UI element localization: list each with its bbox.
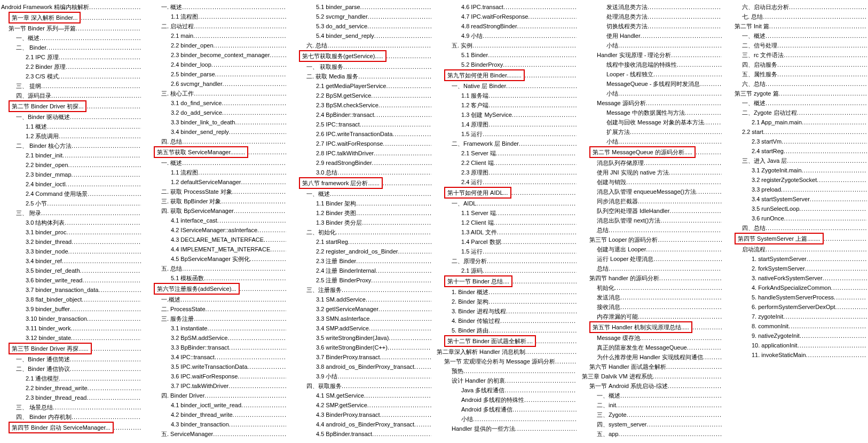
toc-row[interactable]: 1.3 Binder 类分层 [291, 218, 431, 227]
toc-row[interactable]: 2.3 BpSM.checkService [291, 100, 431, 110]
toc-row[interactable]: 2.3 原理图 [437, 168, 577, 177]
toc-row[interactable]: 第四节 Binder 启动 ServiceManager... [1, 422, 141, 433]
toc-row[interactable]: 3.6 runOnce [727, 213, 867, 223]
toc-row[interactable]: 启动流程 [727, 244, 867, 254]
toc-row[interactable]: 5.2 svcmgr_handler [291, 12, 431, 21]
toc-row[interactable]: 第二章深入解析 Handler 消息机制 [437, 347, 577, 357]
toc-row[interactable]: 二. ProcessState [146, 304, 286, 314]
toc-row[interactable]: 第三章 Dalvik VM 进程系统 [582, 371, 722, 381]
toc-row[interactable]: 四、 Binder 内存机制 [1, 412, 141, 422]
toc-row[interactable]: 2.4 startReg [727, 146, 867, 156]
toc-row[interactable]: 三、rc 文件语法 [727, 50, 867, 60]
toc-row[interactable]: 第八节 framework 层分析....... [291, 177, 431, 189]
toc-row[interactable]: 4.5 BpServiceManager 实例化 [146, 254, 286, 264]
toc-row[interactable]: 运行 Looper 处理消息 [582, 254, 722, 264]
toc-row[interactable]: 四. 总结 [146, 137, 286, 146]
toc-row[interactable]: 2.3 注册 Binder [291, 256, 431, 266]
toc-row[interactable]: 6. performSystemServerDexOpt [727, 302, 867, 312]
toc-row[interactable]: 7. zygoteInit [727, 312, 867, 321]
toc-row[interactable]: 4.3 binder_transaction [146, 420, 286, 429]
toc-row[interactable]: 4.4 android_os_BinderProxy_transact [291, 420, 431, 429]
toc-row[interactable]: 为什么推荐使用 Handler 实现线程间通信 [582, 352, 722, 362]
toc-row[interactable]: 10. applicationInit [727, 341, 867, 350]
toc-row[interactable]: 4.7 IPC.waitForResponse [437, 12, 577, 21]
toc-row[interactable]: 创建与销毁 [582, 177, 722, 187]
toc-row[interactable]: 处理消息类方法 [582, 12, 722, 21]
toc-row[interactable]: 3.2 binder_thread [1, 237, 141, 247]
toc-row[interactable]: 三、 提纲 [1, 81, 141, 91]
toc-row[interactable]: 2.4 binder_loop [146, 60, 286, 69]
toc-row[interactable]: 2.1 startReg [291, 237, 431, 247]
toc-row[interactable]: 一、AIDL [437, 199, 577, 208]
toc-row[interactable]: 四. 获取 BpServiceManager [146, 206, 286, 216]
toc-row[interactable]: 5.1 模板函数 [146, 273, 286, 283]
toc-row[interactable]: 五、属性服务 [727, 69, 867, 79]
toc-row[interactable]: 4.3 DECLARE_META_INTERFACE [146, 235, 286, 244]
toc-row[interactable]: 消息入队管理 enqueueMessage()方法 [582, 187, 722, 196]
toc-row[interactable]: Message 缓存池 [582, 333, 722, 343]
toc-row[interactable]: 3.2 do_add_service [146, 108, 286, 117]
toc-row[interactable]: 3.6 binder_write_read [1, 275, 141, 285]
toc-row[interactable]: 第二节 Binder Driver 初探... [1, 100, 141, 112]
toc-row[interactable]: 第一节 Binder 系列—开篇 [1, 23, 141, 33]
toc-row[interactable]: Looper - 线程独立 [582, 69, 722, 79]
toc-row[interactable]: 4.1 binder_ioctl_write_read [146, 400, 286, 410]
toc-row[interactable]: 四、源码目录 [1, 91, 141, 100]
toc-row[interactable]: 1.1 流程图 [146, 168, 286, 177]
toc-row[interactable]: 一、概述 [582, 391, 722, 400]
toc-row[interactable]: 一. 概述 [146, 2, 286, 12]
toc-row[interactable]: 二. 获取 ProcessState 对象 [146, 187, 286, 196]
toc-row[interactable]: 3.7 BinderProxy.transact [291, 352, 431, 362]
toc-row[interactable]: 六、总结 [727, 79, 867, 89]
toc-row[interactable]: 第二节 MessageQueue 的源码分析..... [582, 146, 722, 158]
toc-row[interactable]: 2.3 binder_thread_read [1, 393, 141, 402]
toc-row[interactable]: 2.2 register_android_os_Binder [291, 247, 431, 256]
toc-row[interactable]: 消息出队管理 next()方法 [582, 216, 722, 225]
toc-row[interactable]: 4.2 SMP.getService [291, 400, 431, 410]
toc-row[interactable]: 5. Binder 路由 [437, 326, 577, 335]
toc-row[interactable]: 3. Binder 进程与线程 [437, 306, 577, 316]
toc-row[interactable]: 二、 Binder 核心方法 [1, 141, 141, 151]
toc-row[interactable]: 3.7 IPC.talkWithDriver [146, 381, 286, 391]
toc-row[interactable]: 第四节 SystemServer 上篇........ [727, 233, 867, 244]
toc-row[interactable]: 1.3 AIDL 文件 [437, 227, 577, 237]
toc-row[interactable]: 2.5 注册 BinderProxy [291, 275, 431, 285]
toc-row[interactable]: 第九节如何使用 Binder......... [437, 69, 577, 81]
toc-row[interactable]: 1.5 运行 [437, 247, 577, 256]
toc-row[interactable]: 三、Zygote [582, 410, 722, 420]
toc-row[interactable]: Handler 实现原理 - 理论分析 [582, 50, 722, 60]
toc-row[interactable]: 4.2 binder_thread_write [146, 410, 286, 420]
toc-row[interactable]: 1.1 Server 端 [437, 208, 577, 218]
toc-row[interactable]: 2.2 Binder 原理 [1, 62, 141, 72]
toc-row[interactable]: Handler 提供的一些方法 [437, 424, 577, 433]
toc-row[interactable]: 2.2 binder_thread_write [1, 383, 141, 393]
toc-row[interactable]: 第二节 Init 篇 [727, 21, 867, 31]
toc-row[interactable]: 第三节 Binder Driver 再探...... [1, 343, 141, 354]
toc-row[interactable]: Message 中的数据属性与方法 [582, 108, 722, 117]
toc-row[interactable]: 2.2 binder_open [146, 41, 286, 50]
toc-row[interactable]: 3.0 总结 [291, 168, 431, 177]
toc-row[interactable]: 2.1 main [146, 31, 286, 41]
toc-row[interactable]: 2.2 binder_open [1, 160, 141, 170]
toc-row[interactable]: 设计 Handler 的初衷 [437, 376, 577, 385]
toc-row[interactable]: 3.5 runSelectLoop [727, 204, 867, 213]
toc-row[interactable]: 3.4 SMP.addService [291, 323, 431, 333]
toc-row[interactable]: 3.5 IPC.writeTransactionData [146, 362, 286, 371]
toc-row[interactable]: 同步消息拦截器 [582, 196, 722, 206]
toc-row[interactable]: 第五节 Handler 机制实现原理总结..... [582, 321, 722, 333]
toc-row[interactable]: 消息队列存储原理 [582, 158, 722, 168]
toc-row[interactable]: 2.6 IPC.writeTransactionData [291, 129, 431, 139]
toc-row[interactable]: 5.3 do_add_service [291, 21, 431, 31]
toc-row[interactable]: 小结 [582, 137, 722, 146]
toc-row[interactable]: 2.7 IPC.waitForResponse [291, 139, 431, 148]
toc-row[interactable]: 3.8 flat_binder_object [1, 295, 141, 304]
toc-row[interactable]: 二. 启动过程 [146, 21, 286, 31]
toc-row[interactable]: 11. invokeStaticMain [727, 350, 867, 360]
toc-row[interactable]: 3.5 writeStrongBinder(Java) [291, 333, 431, 343]
toc-row[interactable]: 9. nativeZygoteInit [727, 331, 867, 341]
toc-row[interactable]: 3.6 IPC.waitForResponse [146, 371, 286, 381]
toc-row[interactable]: 五. ServiceManager [146, 429, 286, 439]
toc-row[interactable]: 二. 获取 Media 服务 [291, 72, 431, 81]
toc-row[interactable]: 内存泄漏的可能 [582, 312, 722, 321]
toc-row[interactable]: 小结 [437, 414, 577, 424]
